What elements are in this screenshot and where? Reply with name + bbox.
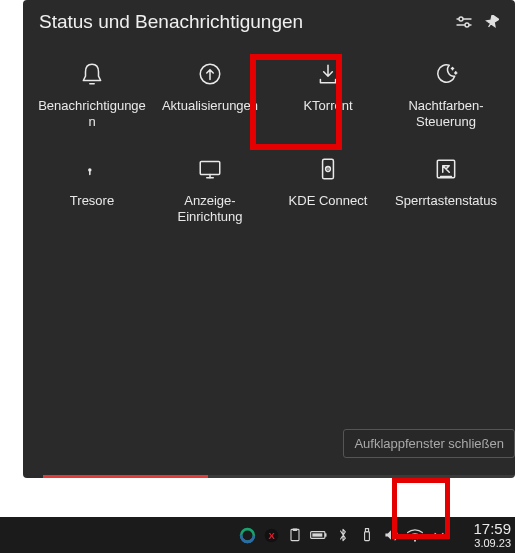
- progress-fill: [43, 475, 208, 478]
- tray-bluetooth-icon[interactable]: [331, 517, 355, 553]
- svg-point-31: [414, 540, 416, 542]
- pin-button[interactable]: [481, 11, 503, 33]
- svg-rect-30: [365, 529, 368, 532]
- vault-icon: [78, 155, 106, 183]
- svg-rect-12: [200, 161, 220, 174]
- nightcolor-icon: [432, 60, 460, 88]
- tile-display[interactable]: Anzeige-Einrichtung: [155, 149, 265, 226]
- configure-button[interactable]: [453, 11, 475, 33]
- tray-usb-icon[interactable]: [355, 517, 379, 553]
- svg-rect-25: [293, 529, 298, 531]
- tray-x-red-icon[interactable]: X: [259, 517, 283, 553]
- display-icon: [196, 155, 224, 183]
- tile-nightcolor[interactable]: Nachtfarben-Steuerung: [391, 54, 501, 131]
- desktop-background: [0, 140, 23, 515]
- clock-date: 3.09.23: [474, 538, 511, 549]
- svg-rect-27: [325, 533, 327, 536]
- tile-label: Aktualisierungen: [162, 98, 258, 114]
- clock-time: 17:59: [473, 521, 511, 536]
- tray-clipboard-icon[interactable]: [283, 517, 307, 553]
- svg-point-17: [327, 168, 329, 170]
- svg-rect-29: [365, 532, 370, 541]
- phone-icon: [314, 155, 342, 183]
- tile-notifications[interactable]: Benachrichtigungen: [37, 54, 147, 131]
- close-popup-tooltip: Aufklappfenster schließen: [343, 429, 515, 458]
- svg-rect-24: [291, 529, 299, 540]
- tile-vaults[interactable]: Tresore: [37, 149, 147, 226]
- tile-label: Anzeige-Einrichtung: [155, 193, 265, 226]
- tile-label: KDE Connect: [289, 193, 368, 209]
- tile-label: Benachrichtigungen: [37, 98, 147, 131]
- keylock-icon: [432, 155, 460, 183]
- panel-header: Status und Benachrichtigungen: [23, 0, 515, 44]
- tile-lockkeys[interactable]: Sperrtastenstatus: [391, 149, 501, 226]
- update-icon: [196, 60, 224, 88]
- panel-title: Status und Benachrichtigungen: [39, 11, 447, 33]
- annotation-box-ktorrent: [250, 54, 342, 150]
- tile-label: Nachtfarben-Steuerung: [391, 98, 501, 131]
- tile-label: Sperrtastenstatus: [395, 193, 497, 209]
- svg-point-1: [459, 17, 463, 21]
- tray-battery-icon[interactable]: [307, 517, 331, 553]
- pin-icon: [485, 15, 499, 29]
- svg-point-3: [465, 23, 469, 27]
- sliders-icon: [456, 15, 472, 29]
- svg-rect-28: [312, 533, 322, 536]
- bell-icon: [78, 60, 106, 88]
- tile-label: Tresore: [70, 193, 114, 209]
- taskbar-clock[interactable]: 17:59 3.09.23: [451, 517, 515, 553]
- annotation-box-chevron: [392, 478, 450, 539]
- tile-updates[interactable]: Aktualisierungen: [155, 54, 265, 131]
- tray-donut-icon[interactable]: [235, 517, 259, 553]
- tile-kdeconnect[interactable]: KDE Connect: [273, 149, 383, 226]
- svg-text:X: X: [268, 530, 275, 540]
